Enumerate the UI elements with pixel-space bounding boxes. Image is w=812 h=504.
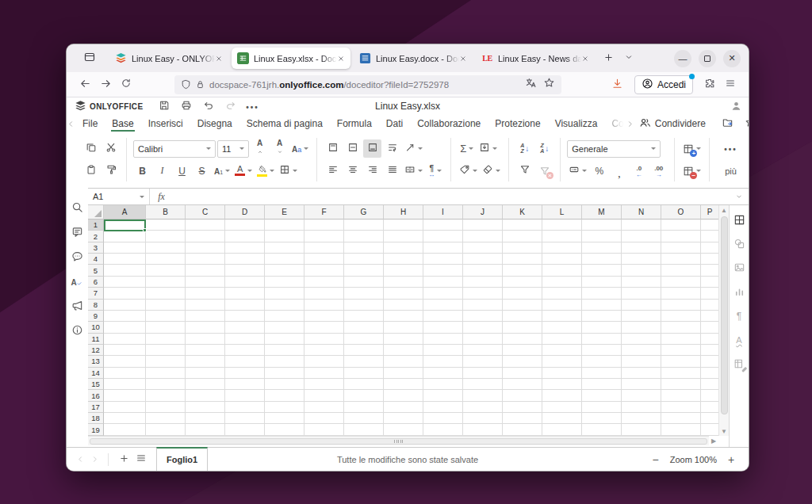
cell-A2[interactable] <box>104 231 146 242</box>
cell-L11[interactable] <box>542 334 582 345</box>
cell-H3[interactable] <box>384 242 423 254</box>
cell-A3[interactable] <box>104 242 146 254</box>
chat-button[interactable] <box>70 250 86 265</box>
cell-H10[interactable] <box>384 322 423 333</box>
cell-N4[interactable] <box>622 254 661 265</box>
cell-O19[interactable] <box>661 424 701 435</box>
cell-E13[interactable] <box>265 356 304 367</box>
cell-F17[interactable] <box>304 402 344 413</box>
align-right-button[interactable] <box>363 162 381 180</box>
undo-button[interactable] <box>199 99 218 115</box>
cell-H12[interactable] <box>384 345 423 356</box>
cell-P10[interactable] <box>701 322 718 333</box>
cell-P4[interactable] <box>701 254 718 265</box>
quick-access-button[interactable]: ••• <box>243 99 262 115</box>
cell-O17[interactable] <box>661 402 701 413</box>
cell-O12[interactable] <box>661 345 701 356</box>
cell-K13[interactable] <box>503 356 542 367</box>
column-header-O[interactable]: O <box>661 205 701 220</box>
sort-ascending-button[interactable]: AZ↓ <box>515 139 534 158</box>
cell-N3[interactable] <box>622 242 661 254</box>
column-header-K[interactable]: K <box>503 205 542 220</box>
cell-E14[interactable] <box>265 368 304 379</box>
app-menu-button[interactable] <box>720 74 741 95</box>
cell-O8[interactable] <box>661 300 701 311</box>
cell-I11[interactable] <box>423 334 463 345</box>
row-header-11[interactable]: 11 <box>88 334 104 345</box>
cell-N13[interactable] <box>622 356 661 367</box>
browser-tab-4[interactable]: LELinux Easy - News da <box>476 48 595 69</box>
cell-C2[interactable] <box>186 231 225 242</box>
cell-N6[interactable] <box>622 277 661 288</box>
cell-F10[interactable] <box>304 322 344 333</box>
chart-settings-button[interactable] <box>731 284 747 300</box>
cell-K11[interactable] <box>503 334 542 345</box>
cell-P15[interactable] <box>701 379 718 390</box>
cell-P12[interactable] <box>701 345 718 356</box>
clear-filter-button[interactable]: × <box>535 162 553 180</box>
menu-tab-disegna[interactable]: Disegna <box>190 116 239 132</box>
cell-D10[interactable] <box>225 322 265 333</box>
horizontal-scroll-thumb[interactable] <box>90 438 707 445</box>
cell-M9[interactable] <box>582 311 622 322</box>
cell-E6[interactable] <box>265 277 304 288</box>
menu-tab-inserisci[interactable]: Inserisci <box>141 116 190 132</box>
cell-D8[interactable] <box>225 300 265 311</box>
cell-D16[interactable] <box>225 390 265 401</box>
cell-J15[interactable] <box>463 379 503 390</box>
cell-D19[interactable] <box>225 424 265 435</box>
cell-K16[interactable] <box>503 390 542 401</box>
column-header-J[interactable]: J <box>463 205 503 220</box>
cell-N16[interactable] <box>622 390 661 401</box>
cell-C4[interactable] <box>186 254 225 265</box>
cell-L12[interactable] <box>542 345 582 356</box>
cell-F9[interactable] <box>304 311 344 322</box>
cell-P16[interactable] <box>701 390 718 401</box>
cell-O6[interactable] <box>661 277 701 288</box>
cell-B8[interactable] <box>146 300 186 311</box>
cell-E9[interactable] <box>265 311 304 322</box>
column-header-C[interactable]: C <box>186 205 225 220</box>
cell-C19[interactable] <box>186 424 225 435</box>
column-header-D[interactable]: D <box>225 205 265 220</box>
cell-E5[interactable] <box>265 265 304 276</box>
row-header-1[interactable]: 1 <box>88 220 104 231</box>
cell-C11[interactable] <box>186 334 225 345</box>
cell-M3[interactable] <box>582 242 622 254</box>
subscript-superscript-button[interactable]: A1 <box>213 162 232 180</box>
cell-O9[interactable] <box>661 311 701 322</box>
cell-D3[interactable] <box>225 242 265 254</box>
cell-P14[interactable] <box>701 368 718 379</box>
cell-F4[interactable] <box>304 254 344 265</box>
cell-G6[interactable] <box>344 277 384 288</box>
cell-A18[interactable] <box>104 413 146 424</box>
underline-button[interactable]: U <box>173 162 191 180</box>
cell-D17[interactable] <box>225 402 265 413</box>
about-button[interactable] <box>70 323 86 339</box>
cell-G1[interactable] <box>344 220 384 231</box>
comments-button[interactable] <box>70 225 86 241</box>
cell-M2[interactable] <box>582 231 622 242</box>
tab-close-icon[interactable] <box>215 55 223 63</box>
cell-K8[interactable] <box>503 300 542 311</box>
cell-A7[interactable] <box>104 288 146 299</box>
cell-K5[interactable] <box>503 265 542 276</box>
italic-button[interactable]: I <box>153 162 171 180</box>
cell-H13[interactable] <box>384 356 423 367</box>
cell-K9[interactable] <box>503 311 542 322</box>
row-header-16[interactable]: 16 <box>88 390 104 401</box>
cell-M12[interactable] <box>582 345 622 356</box>
menu-tab-schema-di-pagina[interactable]: Schema di pagina <box>239 116 330 132</box>
cell-N10[interactable] <box>622 322 661 333</box>
cell-L5[interactable] <box>542 265 582 276</box>
number-format-select[interactable]: Generale <box>567 140 661 158</box>
cell-H19[interactable] <box>384 424 423 435</box>
column-header-I[interactable]: I <box>423 205 463 220</box>
cell-B12[interactable] <box>146 345 186 356</box>
menu-tab-visualizza[interactable]: Visualizza <box>548 116 605 132</box>
cell-I1[interactable] <box>423 220 463 231</box>
font-name-select[interactable]: Calibri <box>133 140 216 158</box>
cell-B3[interactable] <box>146 242 186 254</box>
signin-button[interactable]: Accedi <box>634 75 693 94</box>
spellcheck-button[interactable]: A <box>70 274 86 290</box>
